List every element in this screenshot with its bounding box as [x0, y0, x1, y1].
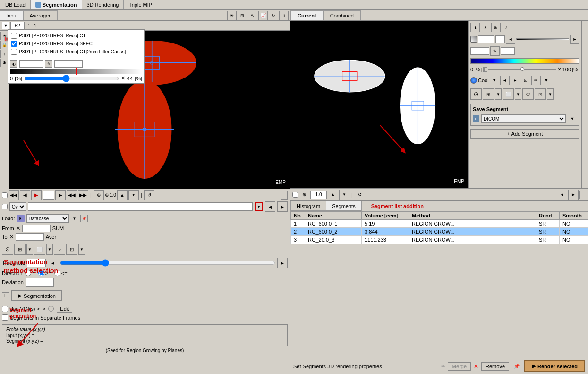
- render-selected-btn[interactable]: ▶ Render selected: [524, 360, 585, 372]
- rt-right-btn[interactable]: ►: [570, 35, 579, 44]
- from-input[interactable]: [22, 225, 51, 232]
- threshold-input[interactable]: 20.0: [27, 259, 46, 267]
- min-value-input[interactable]: 0.0: [19, 60, 43, 68]
- ovr-select[interactable]: Ovr: [9, 202, 26, 211]
- tab-current[interactable]: Current: [290, 10, 323, 20]
- rt-scrollbar[interactable]: [579, 191, 586, 199]
- rt-eraser-dd[interactable]: ▼: [515, 88, 521, 100]
- windowing-left-icon[interactable]: ◐: [10, 60, 17, 68]
- rt-audio-btn[interactable]: ♪: [502, 23, 511, 32]
- threshold-right-btn[interactable]: ►: [277, 258, 288, 268]
- down-btn[interactable]: ▼: [128, 190, 139, 200]
- grid-dropdown[interactable]: ▼: [26, 244, 33, 255]
- separate-frames-check[interactable]: [2, 314, 8, 321]
- series-item-2[interactable]: P3D1 [PEG20 HRES- Reco] SPECT: [10, 40, 142, 48]
- rt-max-val[interactable]: 1.0: [501, 47, 515, 55]
- save-dropdown-btn[interactable]: ▼: [568, 114, 577, 123]
- info-icon[interactable]: ℹ: [279, 11, 289, 20]
- cursor-icon[interactable]: ↖: [248, 11, 257, 20]
- seg-method-dropdown[interactable]: ▼: [255, 202, 263, 211]
- colormap-more-btn[interactable]: ▼: [542, 76, 551, 85]
- slice-check[interactable]: [2, 192, 8, 198]
- rt-zoom-val[interactable]: [310, 191, 327, 199]
- rt-copy-dd[interactable]: ▼: [547, 88, 554, 100]
- rt-eraser-btn[interactable]: ⬜: [503, 88, 514, 100]
- next-last-btn[interactable]: ▶▶: [78, 190, 88, 200]
- dir-gte[interactable]: [38, 270, 44, 276]
- series-check-2[interactable]: [11, 41, 17, 47]
- dir-equal[interactable]: [25, 270, 31, 276]
- eraser-dropdown[interactable]: ▼: [46, 244, 53, 255]
- series-check-3[interactable]: [11, 49, 17, 55]
- add-segment-btn[interactable]: + Add Segment: [470, 129, 579, 139]
- table-row[interactable]: 1RG_600.0_15.19REGION GROW...SRNO: [291, 220, 588, 228]
- pin-btn[interactable]: 📌: [80, 215, 88, 222]
- table-row[interactable]: 2RG_600.0_23.844REGION GROW...SRNO: [291, 228, 588, 236]
- eraser-btn[interactable]: ⬜: [34, 244, 45, 255]
- rt-grid2-dd[interactable]: ▼: [495, 88, 502, 100]
- prev-btn[interactable]: ◀: [20, 190, 30, 200]
- tab-segments[interactable]: Segments: [326, 201, 362, 211]
- zoom-fit-btn[interactable]: ⊕: [94, 190, 104, 200]
- rt-windowing-btn[interactable]: ☀: [481, 23, 490, 32]
- right-scrollbar[interactable]: [581, 21, 588, 188]
- chart-icon[interactable]: 📈: [258, 11, 268, 20]
- rt-select-btn[interactable]: ⬭: [522, 88, 534, 100]
- rt-left-btn[interactable]: ◄: [506, 35, 515, 44]
- rt-slice-check[interactable]: [292, 192, 298, 198]
- copy-dropdown[interactable]: ▼: [78, 244, 85, 255]
- ovr-check[interactable]: [2, 204, 8, 209]
- tab-segmentation[interactable]: Segmentation: [30, 0, 82, 9]
- seg-method-input[interactable]: REGION GROWING: [28, 202, 253, 211]
- colormap-edit-btn[interactable]: ✏: [531, 76, 541, 85]
- seg-prev-btn[interactable]: ◄: [265, 201, 275, 212]
- series-item-3[interactable]: P3D1 [PEG20 HRES- Reco] CT[2mm Filter Ga…: [10, 48, 142, 56]
- pen-icon[interactable]: ✎: [45, 60, 52, 68]
- rt-info-btn[interactable]: ℹ: [470, 23, 480, 32]
- tab-histogram[interactable]: Histogram: [290, 201, 326, 211]
- rt-reset-btn[interactable]: ↺: [355, 190, 365, 200]
- rt-next-btn[interactable]: ►: [568, 190, 579, 200]
- seg-next-btn[interactable]: ►: [277, 201, 288, 212]
- tab-db-load[interactable]: DB Load: [0, 0, 30, 9]
- rotate-icon[interactable]: ↻: [269, 11, 278, 20]
- colormap-copy-btn[interactable]: ⊡: [521, 76, 530, 85]
- rt-grid2-btn[interactable]: ⊞: [483, 88, 494, 100]
- copy-btn[interactable]: ⊡: [66, 244, 77, 255]
- tab-input[interactable]: Input: [0, 10, 23, 20]
- rt-fill-btn[interactable]: ⊙: [470, 88, 482, 100]
- dir-lte[interactable]: [54, 270, 60, 276]
- remove-btn[interactable]: Remove: [481, 362, 509, 371]
- play-btn[interactable]: ▶: [31, 190, 42, 200]
- table-row[interactable]: 3RG_20.0_31111.233REGION GROW...SRNO: [291, 236, 588, 244]
- segmentation-run-btn[interactable]: ▶ Segmentation: [11, 290, 62, 301]
- gradient-slider[interactable]: [76, 68, 80, 75]
- rt-grid-btn[interactable]: ⊞: [491, 23, 501, 32]
- deviation-input[interactable]: 0.0: [26, 278, 54, 287]
- save-format-select[interactable]: DICOM: [481, 114, 566, 123]
- max-value-input[interactable]: 452.157: [54, 60, 83, 68]
- frame-input[interactable]: 62: [10, 22, 25, 29]
- next-btn[interactable]: ▶: [55, 190, 66, 200]
- pct-slider[interactable]: [24, 76, 119, 81]
- colormap-right-btn[interactable]: ►: [511, 76, 520, 85]
- rt-down-btn[interactable]: ▼: [339, 190, 349, 200]
- scrollbar-area-left[interactable]: [281, 191, 288, 200]
- pin2-btn[interactable]: 📌: [512, 362, 521, 371]
- series-item-1[interactable]: P3D1 [PEG20 HRES- Reco] CT: [10, 32, 142, 40]
- rt-min-val[interactable]: 0.0: [470, 47, 489, 55]
- frame-number[interactable]: 63: [43, 191, 54, 200]
- select-btn[interactable]: ○: [54, 244, 65, 255]
- series-check-1[interactable]: [11, 33, 17, 39]
- rt-val1[interactable]: 100: [478, 35, 494, 43]
- tab-averaged[interactable]: Averaged: [23, 10, 58, 20]
- db-dropdown-btn[interactable]: ▼: [71, 215, 78, 222]
- rt-val2[interactable]: 1: [495, 35, 505, 43]
- rt-up-btn[interactable]: ▲: [328, 190, 338, 200]
- fill-btn[interactable]: ⊙: [2, 244, 13, 255]
- next-first-btn[interactable]: ◀◀: [67, 190, 77, 200]
- rt-zoom-icon[interactable]: ⊕: [299, 190, 309, 200]
- windowing-icon[interactable]: ☀: [227, 11, 237, 20]
- rt-prev-btn[interactable]: ◄: [557, 190, 567, 200]
- threshold-left-btn[interactable]: ◄: [48, 258, 58, 268]
